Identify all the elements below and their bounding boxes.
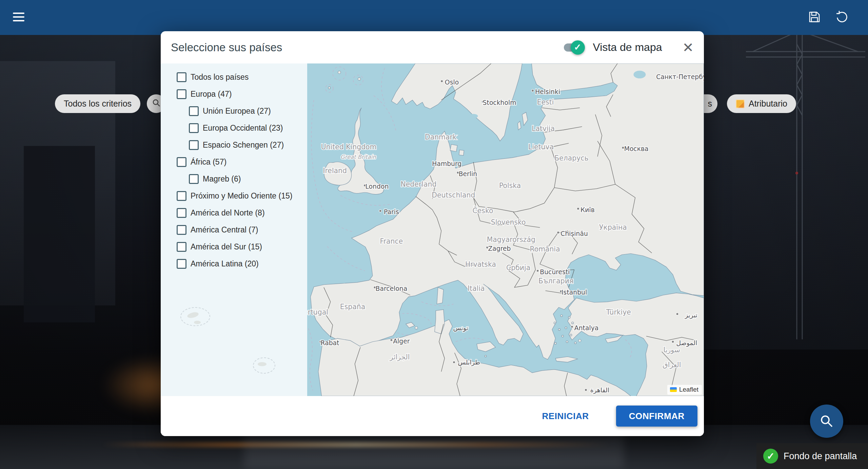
city-dot	[577, 207, 579, 210]
city-dot	[531, 89, 534, 92]
map-label: Alger	[393, 338, 410, 345]
hamburger-menu-icon[interactable]	[13, 13, 24, 22]
map-label: Stockholm	[483, 99, 516, 107]
map-label: الموصل	[676, 339, 697, 347]
country-row[interactable]: Europa Occidental (23)	[161, 119, 307, 136]
country-label: Europa Occidental (23)	[203, 124, 283, 133]
map-label: Latvija	[532, 125, 555, 133]
country-row[interactable]: América Latina (20)	[161, 255, 307, 272]
map-label: Rabat	[321, 339, 339, 346]
map-label: България	[538, 277, 573, 285]
country-row[interactable]: América del Norte (8)	[161, 204, 307, 221]
map-view-toggle-label: Vista de mapa	[593, 41, 662, 54]
check-icon: ✓	[763, 449, 778, 464]
europe-map[interactable]: United KingdomGreat BritainIrelandDanmar…	[307, 63, 704, 396]
map-label: Česko	[472, 206, 493, 215]
leaflet-map[interactable]: United KingdomGreat BritainIrelandDanmar…	[307, 63, 704, 396]
map-label: Hrvatska	[465, 260, 496, 268]
lake	[469, 114, 478, 118]
toggle-check-icon: ✓	[571, 40, 585, 55]
checkbox[interactable]	[177, 225, 186, 235]
chip-all-criteria[interactable]: Todos los criterios	[55, 94, 140, 113]
country-label: África (57)	[191, 157, 226, 167]
checkbox[interactable]	[189, 123, 199, 133]
checkbox[interactable]	[189, 174, 199, 184]
map-attribution[interactable]: Leaflet	[667, 385, 702, 395]
search-icon	[152, 98, 161, 109]
country-row[interactable]: Próximo y Medio Oriente (15)	[161, 187, 307, 204]
country-select-dialog: Seleccione sus países ✓ Vista de mapa ✕ …	[161, 31, 704, 436]
checkbox[interactable]	[177, 191, 186, 201]
map-label: Chișinău	[560, 230, 588, 238]
country-label: Magreb (6)	[203, 174, 241, 184]
island	[328, 87, 331, 89]
country-row[interactable]: Espacio Schengen (27)	[161, 136, 307, 153]
restore-icon[interactable]	[835, 10, 848, 24]
country-label: América del Sur (15)	[191, 242, 262, 251]
country-row[interactable]: África (57)	[161, 153, 307, 170]
country-label: América del Norte (8)	[191, 208, 265, 218]
map-label: العراق	[663, 361, 681, 369]
checkbox[interactable]	[177, 259, 186, 269]
checkbox[interactable]	[177, 208, 186, 218]
island	[258, 362, 267, 366]
malta	[485, 355, 487, 357]
map-view-toggle[interactable]: ✓	[564, 43, 584, 52]
country-label: Todos los países	[191, 73, 249, 82]
country-row[interactable]: Magreb (6)	[161, 170, 307, 187]
map-label: Magyarország	[487, 236, 535, 244]
wallpaper-badge-label: Fondo de pantalla	[784, 451, 857, 462]
map-label: United Kingdom	[321, 143, 377, 151]
checkbox[interactable]	[189, 140, 199, 150]
attribution-label: Leaflet	[679, 386, 698, 393]
map-label: Eesti	[537, 98, 554, 106]
checkbox[interactable]	[189, 106, 199, 116]
checkbox[interactable]	[177, 72, 186, 82]
lake-ladoga	[633, 71, 646, 78]
country-row[interactable]: Europa (47)	[161, 86, 307, 102]
search-fab[interactable]	[810, 405, 843, 438]
chip-atributario[interactable]: Atributario	[727, 94, 796, 113]
map-label: Istanbul	[561, 289, 587, 296]
checkbox[interactable]	[177, 242, 186, 252]
map-label: الجزائر	[389, 353, 410, 361]
checkbox[interactable]	[177, 89, 186, 99]
city-dot	[440, 80, 443, 82]
corsica	[437, 287, 443, 304]
country-row[interactable]: Todos los países	[161, 69, 307, 86]
map-label: Paris	[384, 208, 399, 215]
map-label: Москва	[624, 145, 649, 152]
chip-label: s	[708, 99, 712, 109]
map-label: Lietuva	[528, 143, 554, 151]
map-label: Antalya	[574, 324, 598, 332]
map-label: Київ	[580, 206, 595, 213]
country-row[interactable]: América del Sur (15)	[161, 238, 307, 255]
country-label: Próximo y Medio Oriente (15)	[191, 191, 292, 201]
dialog-title: Seleccione sus países	[171, 41, 282, 54]
save-icon[interactable]	[808, 10, 821, 24]
checkbox[interactable]	[177, 157, 186, 167]
map-label: Nederland	[401, 180, 437, 188]
island	[338, 71, 341, 74]
map-label: Polska	[499, 182, 521, 190]
map-label: Türkiye	[606, 308, 631, 316]
map-label: سوريا	[664, 346, 680, 354]
map-label: القاهرة	[590, 387, 609, 394]
country-row[interactable]: América Central (7)	[161, 221, 307, 238]
wallpaper-badge[interactable]: ✓ Fondo de pantalla	[756, 443, 868, 469]
dialog-footer: REINICIAR CONFIRMAR	[161, 396, 704, 436]
island	[194, 321, 201, 324]
map-label: Србија	[506, 264, 530, 272]
reset-button[interactable]: REINICIAR	[533, 406, 597, 426]
map-label: Oslo	[445, 79, 459, 86]
country-row[interactable]: Unión Europea (27)	[161, 102, 307, 119]
map-label: Bucuresti	[540, 268, 570, 276]
map-label: Berlin	[459, 170, 477, 177]
island	[415, 326, 418, 329]
close-icon[interactable]: ✕	[682, 41, 694, 54]
confirm-button[interactable]: CONFIRMAR	[616, 406, 697, 427]
map-label: Italia	[468, 284, 485, 293]
country-label: América Latina (20)	[191, 259, 259, 268]
map-label: تونس	[453, 324, 468, 332]
country-list-panel: Todos los paísesEuropa (47)Unión Europea…	[161, 63, 307, 396]
